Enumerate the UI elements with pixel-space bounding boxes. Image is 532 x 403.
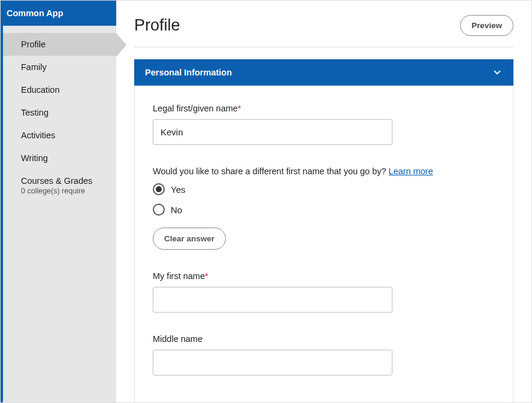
sidebar-item-label: Courses & Grades [21,176,92,186]
sidebar-item-courses-grades[interactable]: Courses & Grades 0 college(s) require [3,169,116,202]
sidebar-item-label: Profile [21,40,46,49]
required-asterisk: * [205,271,208,281]
preview-button[interactable]: Preview [460,15,513,36]
middle-name-input[interactable] [153,350,392,375]
app-frame: Common App Profile Family Education Test… [0,0,532,403]
required-asterisk: * [238,104,241,113]
learn-more-link[interactable]: Learn more [389,166,433,176]
sidebar-header: Common App [1,1,116,26]
radio-group-different-name: Yes No [153,183,495,216]
field-label: Legal first/given name* [153,104,495,113]
sidebar-nav: Profile Family Education Testing Activit… [3,26,116,202]
radio-label: Yes [171,184,185,195]
sidebar-item-profile[interactable]: Profile [3,33,116,56]
question-label: Would you like to share a different firs… [153,166,389,176]
sidebar-item-activities[interactable]: Activities [3,124,116,147]
chevron-down-icon [492,67,503,78]
radio-icon [153,183,165,195]
sidebar-item-label: Writing [21,153,48,163]
sidebar-item-education[interactable]: Education [3,78,116,101]
section-body: Legal first/given name* Would you like t… [134,86,513,402]
section-header-personal-information[interactable]: Personal Information [134,59,513,86]
sidebar-item-label: Activities [21,131,55,140]
sidebar-item-family[interactable]: Family [3,56,116,78]
sidebar-item-writing[interactable]: Writing [3,147,116,169]
sidebar-item-label: Education [21,85,60,95]
question-text: Would you like to share a different firs… [153,166,495,176]
my-first-name-input[interactable] [153,287,392,313]
sidebar-item-label: Testing [21,108,49,117]
field-label: My first name* [153,271,495,281]
page-header: Profile Preview [134,15,513,47]
label-text: Legal first/given name [153,104,238,113]
radio-option-no[interactable]: No [153,204,495,216]
radio-icon [153,204,165,216]
radio-option-yes[interactable]: Yes [153,183,495,195]
sidebar-item-label: Family [21,62,47,72]
field-different-name: Would you like to share a different firs… [153,166,495,250]
field-my-first-name: My first name* [153,271,495,313]
sidebar: Common App Profile Family Education Test… [1,1,116,402]
radio-label: No [171,205,182,215]
field-middle-name: Middle name [153,334,495,375]
field-label: Middle name [153,334,495,344]
sidebar-item-sublabel: 0 college(s) require [21,187,108,195]
page-title: Profile [134,16,180,35]
label-text: Middle name [153,334,202,344]
label-text: My first name [153,271,205,281]
field-legal-first-name: Legal first/given name* [153,104,495,145]
main-content: Profile Preview Personal Information Leg… [116,1,531,402]
section-title: Personal Information [145,68,232,77]
legal-first-name-input[interactable] [153,119,392,145]
clear-answer-button[interactable]: Clear answer [153,228,226,250]
sidebar-item-testing[interactable]: Testing [3,101,116,124]
